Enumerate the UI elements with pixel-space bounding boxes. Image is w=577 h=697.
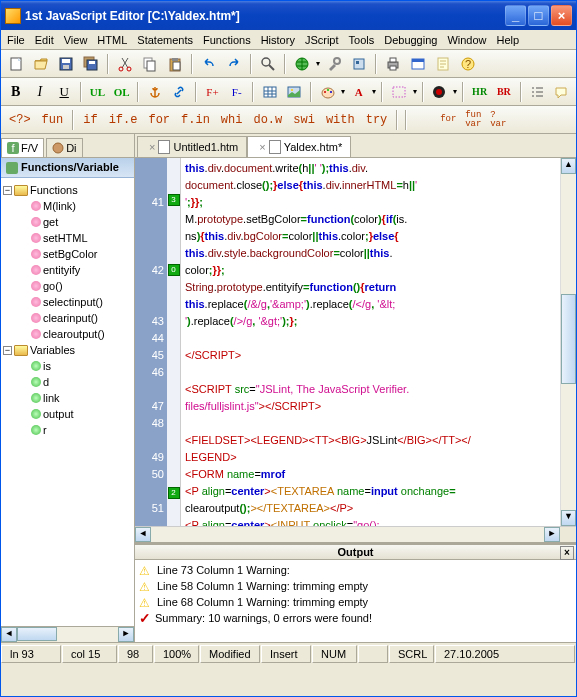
tab-functions-variables[interactable]: fF/V [1,138,44,157]
menu-history[interactable]: History [261,34,295,46]
bold-button[interactable]: B [5,81,26,103]
tools-icon[interactable] [323,53,345,75]
output-line[interactable]: Line 73 Column 1 Warning: inserting "typ… [139,562,572,578]
close-button[interactable]: × [551,5,572,26]
comment-icon[interactable] [551,81,572,103]
palette-icon[interactable] [317,81,338,103]
list-icon[interactable] [527,81,548,103]
image-icon[interactable] [284,81,305,103]
tree-item[interactable]: go() [3,278,132,294]
br-icon[interactable]: BR [493,81,514,103]
ol-button[interactable]: OL [111,81,132,103]
snippet-fin[interactable]: f.in [177,109,214,131]
font-plus-button[interactable]: F- [226,81,247,103]
menu-statements[interactable]: Statements [137,34,193,46]
left-h-scrollbar[interactable]: ◄► [1,626,134,642]
maximize-button[interactable]: □ [528,5,549,26]
record-icon[interactable] [429,81,450,103]
underline-button[interactable]: U [54,81,75,103]
output-line[interactable]: Line 58 Column 1 Warning: trimming empty [139,578,572,594]
code-area[interactable]: this.div.document.write(h||' ');this.div… [181,158,560,526]
snippet-whi[interactable]: whi [217,109,247,131]
notes-icon[interactable] [432,53,454,75]
menu-help[interactable]: Help [497,34,520,46]
editor-tab[interactable]: ×Yaldex.htm* [247,136,351,157]
snippet-for[interactable]: for [144,109,174,131]
tree-view[interactable]: − Functions M(link) get setHTML setBgCol… [1,178,134,626]
snippet2[interactable]: funvar [462,109,484,131]
snippet-try[interactable]: try [362,109,392,131]
snippet-swi[interactable]: swi [289,109,319,131]
menu-window[interactable]: Window [447,34,486,46]
tab-di[interactable]: Di [46,138,82,157]
hr-icon[interactable]: HR [469,81,490,103]
snippet-with[interactable]: with [322,109,359,131]
globe-icon[interactable] [291,53,313,75]
tree-item[interactable]: selectinput() [3,294,132,310]
minimize-button[interactable]: _ [505,5,526,26]
v-scrollbar[interactable]: ▲▼ [560,158,576,526]
code-editor[interactable]: 41 42 43444546 4748 4950 51 52 302 this.… [135,158,576,526]
menu-debugging[interactable]: Debugging [384,34,437,46]
help-icon[interactable]: ? [457,53,479,75]
tree-item[interactable]: clearoutput() [3,326,132,342]
tree-item[interactable]: setBgColor [3,246,132,262]
snippet-[interactable]: <?> [5,109,35,131]
snippet-fun[interactable]: fun [38,109,68,131]
menu-edit[interactable]: Edit [35,34,54,46]
snippet-if[interactable]: if [79,109,101,131]
tree-item[interactable]: setHTML [3,230,132,246]
tree-item[interactable]: is [3,358,132,374]
menu-file[interactable]: File [7,34,25,46]
output-line[interactable]: Line 68 Column 1 Warning: trimming empty [139,594,572,610]
snippet-ife[interactable]: if.e [105,109,142,131]
menu-html[interactable]: HTML [97,34,127,46]
tree-item[interactable]: entityify [3,262,132,278]
tree-item[interactable]: d [3,374,132,390]
snippet2[interactable] [412,109,434,131]
tree-item[interactable]: clearinput() [3,310,132,326]
redo-icon[interactable] [223,53,245,75]
tree-item[interactable]: r [3,422,132,438]
undo-icon[interactable] [198,53,220,75]
table-icon[interactable] [259,81,280,103]
tree-item[interactable]: get [3,214,132,230]
new-file-icon[interactable] [5,53,27,75]
menu-functions[interactable]: Functions [203,34,251,46]
form-icon[interactable] [388,81,409,103]
tree-group[interactable]: − Variables [3,342,132,358]
snippet-dow[interactable]: do.w [249,109,286,131]
menu-jscript[interactable]: JScript [305,34,339,46]
font-minus-button[interactable]: F+ [202,81,223,103]
tree-item[interactable]: link [3,390,132,406]
tree-group[interactable]: − Functions [3,182,132,198]
output-body[interactable]: Line 73 Column 1 Warning: inserting "typ… [135,560,576,642]
tree-item[interactable]: M(link) [3,198,132,214]
italic-button[interactable]: I [29,81,50,103]
link-icon[interactable] [169,81,190,103]
cut-icon[interactable] [114,53,136,75]
browser-icon[interactable] [407,53,429,75]
open-icon[interactable] [30,53,52,75]
menu-view[interactable]: View [64,34,88,46]
tab-close-icon[interactable]: × [149,141,155,153]
output-close-icon[interactable]: × [560,546,574,560]
output-line[interactable]: ✓Summary: 10 warnings, 0 errors were fou… [139,610,572,626]
editor-h-scrollbar[interactable]: ◄► [135,526,576,542]
color-a-icon[interactable]: A [348,81,369,103]
titlebar[interactable]: 1st JavaScript Editor [C:\Yaldex.htm*] _… [1,1,576,30]
snippet2[interactable]: ?var [487,109,509,131]
anchor-icon[interactable] [144,81,165,103]
snippet2[interactable]: for [437,109,459,131]
paste-icon[interactable] [164,53,186,75]
tab-close-icon[interactable]: × [259,141,265,153]
menu-tools[interactable]: Tools [349,34,375,46]
copy-icon[interactable] [139,53,161,75]
find-icon[interactable] [257,53,279,75]
editor-tab[interactable]: ×Untitled1.htm [137,136,247,157]
ul-button[interactable]: UL [87,81,108,103]
save-all-icon[interactable] [80,53,102,75]
settings-icon[interactable] [348,53,370,75]
tree-item[interactable]: output [3,406,132,422]
save-icon[interactable] [55,53,77,75]
